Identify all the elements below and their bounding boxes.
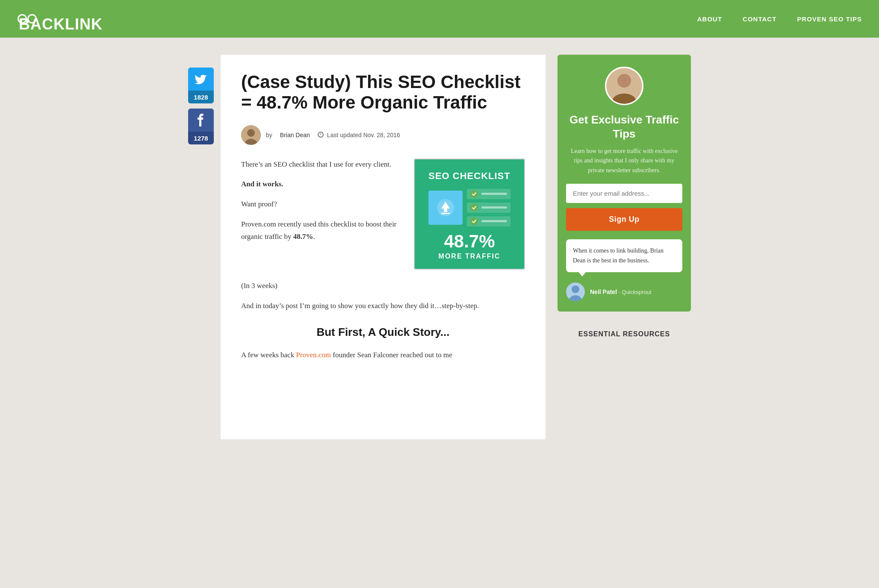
testimonial-quote: When it comes to link building, Brian De…	[573, 247, 664, 263]
intro-p3: And in today’s post I’m going to show yo…	[241, 300, 525, 312]
svg-point-11	[572, 285, 579, 293]
check-line-3	[481, 220, 507, 222]
svg-rect-5	[444, 209, 447, 212]
twitter-count: 1828	[188, 91, 214, 103]
in-3-weeks: (In 3 weeks)	[241, 280, 525, 292]
facebook-share-button[interactable]: 1278	[188, 109, 214, 146]
checklist-line-3	[467, 216, 510, 226]
by-label: by	[266, 132, 272, 138]
twitter-icon	[188, 68, 214, 91]
widget-avatar	[605, 67, 643, 105]
intro-text: There’s an SEO checklist that I use for …	[241, 159, 400, 251]
check-circle-2	[470, 204, 478, 212]
nav-about[interactable]: ABOUT	[697, 15, 722, 23]
site-header: BACKLINK ABOUT CONTACT PROVEN SEO TIPS	[0, 0, 879, 38]
social-sidebar: 1828 1278	[188, 55, 221, 439]
intro-p2: Proven.com recently used this checklist …	[241, 218, 400, 243]
checklist-lines	[467, 189, 510, 226]
check-line-1	[481, 193, 507, 195]
intro-p1: There’s an SEO checklist that I use for …	[241, 159, 400, 171]
teaser-text: A few weeks back Proven.com founder Sean…	[241, 349, 525, 362]
article-body: There’s an SEO checklist that I use for …	[241, 159, 525, 362]
checklist-line-2	[467, 203, 510, 213]
main-nav: ABOUT CONTACT PROVEN SEO TIPS	[697, 15, 862, 23]
facebook-icon	[188, 109, 214, 132]
author-avatar	[241, 125, 261, 145]
proven-link[interactable]: Proven.com	[296, 351, 331, 359]
more-traffic-label: MORE TRAFFIC	[439, 250, 501, 262]
intro-section: There’s an SEO checklist that I use for …	[241, 159, 525, 270]
nav-contact[interactable]: CONTACT	[743, 15, 776, 23]
testimonial-author-info: Neil Patel · Quicksprout	[590, 288, 652, 296]
check-circle-3	[470, 218, 478, 225]
facebook-count: 1278	[188, 132, 214, 144]
site-logo[interactable]: BACKLINK	[17, 10, 37, 28]
widget-avatar-area	[557, 55, 691, 113]
essential-resources-title: ESSENTIAL RESOURCES	[557, 325, 691, 341]
checklist-box-title: SEO CHECKLIST	[428, 168, 510, 184]
check-line-2	[481, 206, 507, 209]
clock-icon	[318, 132, 324, 138]
checklist-graphic	[428, 189, 510, 226]
article-title: (Case Study) This SEO Checklist = 48.7% …	[241, 72, 525, 113]
upload-icon-box	[428, 191, 463, 225]
page-container: 1828 1278 (Case Study) This SEO Checklis…	[0, 38, 879, 456]
widget-title: Get Exclusive Traffic Tips	[557, 113, 691, 141]
svg-point-8	[617, 74, 631, 88]
logo-text: BACKLINK	[18, 14, 27, 24]
article-subheading: But First, A Quick Story...	[241, 323, 525, 341]
check-circle-1	[470, 190, 478, 198]
twitter-share-button[interactable]: 1828	[188, 68, 214, 105]
date-info: Last updated Nov. 28, 2016	[318, 132, 400, 138]
checklist-percent: 48.7%	[444, 232, 495, 250]
author-meta: by Brian Dean Last updated Nov. 28, 2016	[266, 132, 400, 138]
seo-checklist-image: SEO CHECKLIST	[414, 159, 525, 270]
nav-proven-seo[interactable]: PROVEN SEO TIPS	[797, 15, 862, 23]
testimonial-company: Quicksprout	[622, 289, 651, 295]
checklist-line-1	[467, 189, 510, 199]
email-input[interactable]	[566, 184, 682, 203]
svg-point-1	[247, 129, 255, 137]
date-text: Last updated Nov. 28, 2016	[327, 132, 400, 138]
signup-button[interactable]: Sign Up	[566, 208, 682, 231]
email-widget: Get Exclusive Traffic Tips Learn how to …	[557, 55, 691, 312]
bold-line: And it works.	[241, 178, 400, 191]
testimonial-author-name: Neil Patel · Quicksprout	[590, 288, 652, 296]
author-name: Brian Dean	[280, 132, 310, 138]
main-content: (Case Study) This SEO Checklist = 48.7% …	[221, 55, 546, 439]
widget-description: Learn how to get more traffic with exclu…	[557, 147, 691, 175]
svg-rect-6	[441, 213, 450, 214]
essential-resources-section: ESSENTIAL RESOURCES	[557, 322, 691, 345]
sidebar: Get Exclusive Traffic Tips Learn how to …	[546, 55, 691, 439]
testimonial-avatar	[566, 282, 585, 301]
proof-line: Want proof?	[241, 198, 400, 211]
author-line: by Brian Dean Last updated Nov. 28, 2016	[241, 125, 525, 145]
testimonial-bubble: When it comes to link building, Brian De…	[566, 239, 682, 272]
testimonial-author: Neil Patel · Quicksprout	[557, 279, 691, 301]
